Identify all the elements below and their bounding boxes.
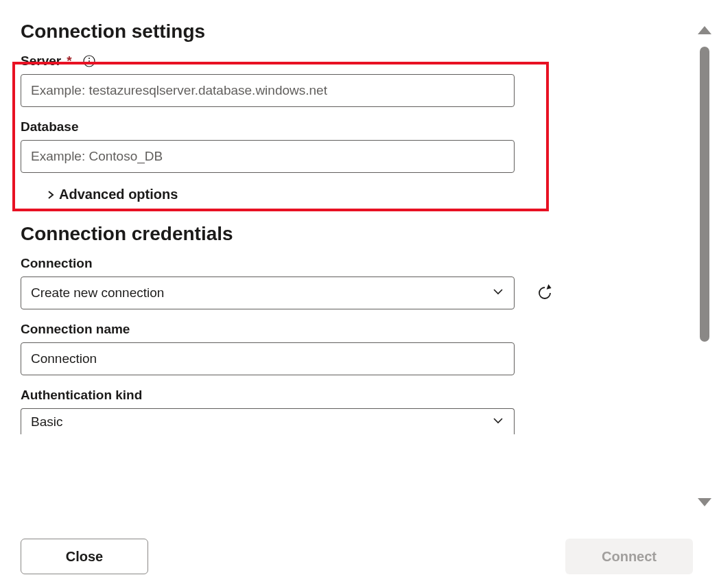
auth-kind-selected-value: Basic	[31, 414, 492, 430]
connection-label-text: Connection	[21, 256, 93, 271]
server-label-text: Server	[21, 54, 61, 69]
required-indicator: *	[67, 54, 71, 69]
scroll-down-arrow-icon[interactable]	[698, 498, 711, 506]
scroll-up-arrow-icon[interactable]	[698, 26, 711, 34]
advanced-options-label: Advanced options	[59, 187, 178, 202]
database-label: Database	[21, 119, 679, 134]
connection-name-label: Connection name	[21, 322, 679, 337]
server-input[interactable]	[21, 74, 515, 107]
connect-button: Connect	[565, 539, 693, 574]
scroll-thumb[interactable]	[700, 47, 709, 342]
auth-kind-label: Authentication kind	[21, 388, 679, 403]
connection-name-input[interactable]	[21, 342, 515, 375]
svg-point-2	[89, 58, 90, 59]
connection-settings-heading: Connection settings	[21, 21, 679, 43]
chevron-right-icon	[45, 189, 56, 200]
advanced-options-toggle[interactable]: Advanced options	[45, 187, 679, 202]
info-icon[interactable]	[83, 55, 95, 67]
close-button[interactable]: Close	[21, 539, 148, 574]
database-label-text: Database	[21, 119, 79, 134]
connection-selected-value: Create new connection	[31, 285, 492, 301]
connection-credentials-heading: Connection credentials	[21, 223, 679, 245]
connection-label: Connection	[21, 256, 679, 271]
auth-kind-select[interactable]: Basic	[21, 408, 515, 434]
auth-kind-label-text: Authentication kind	[21, 388, 142, 403]
chevron-down-icon	[492, 285, 504, 301]
chevron-down-icon	[492, 414, 504, 430]
connection-select[interactable]: Create new connection	[21, 277, 515, 309]
connection-name-label-text: Connection name	[21, 322, 130, 337]
server-label: Server *	[21, 54, 679, 69]
vertical-scrollbar[interactable]	[693, 26, 716, 506]
refresh-button[interactable]	[535, 283, 554, 303]
database-input[interactable]	[21, 140, 515, 173]
